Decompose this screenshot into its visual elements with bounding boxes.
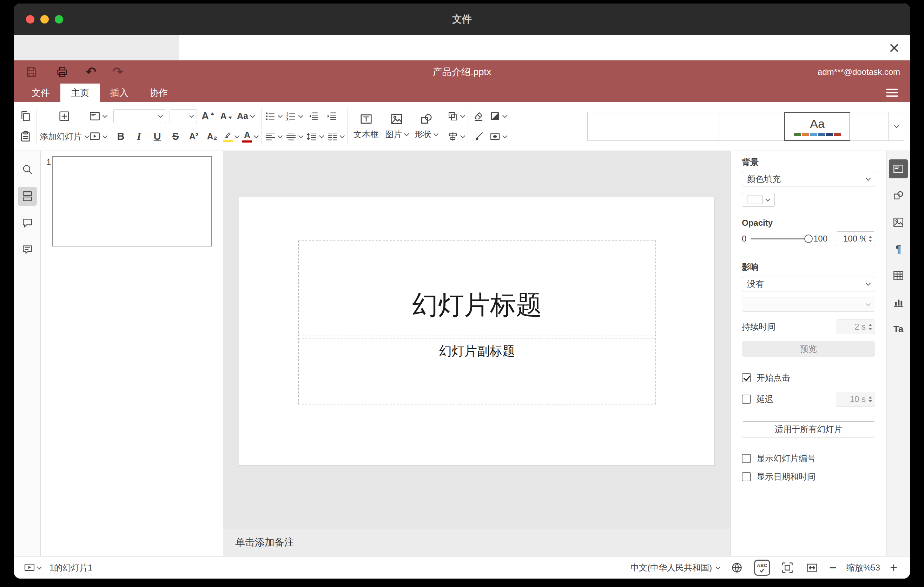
delay-spinbox[interactable] (836, 392, 875, 407)
opacity-spinbox[interactable] (836, 231, 875, 246)
columns-button[interactable] (327, 129, 344, 145)
undo-button[interactable]: ↶ (86, 66, 96, 78)
paste-button[interactable] (18, 129, 33, 145)
increase-font-button[interactable]: A (200, 108, 215, 124)
opacity-value-input[interactable] (843, 234, 866, 244)
zoom-out-button[interactable]: − (829, 561, 837, 574)
show-slide-number-checkbox[interactable] (742, 454, 751, 463)
fit-to-slide-icon[interactable] (780, 560, 795, 576)
effect-type-select[interactable] (742, 297, 875, 312)
spin-down-icon[interactable] (868, 240, 872, 242)
highlight-color-button[interactable] (223, 129, 239, 145)
start-on-click-checkbox[interactable] (742, 373, 751, 383)
hamburger-menu-icon[interactable] (886, 87, 898, 99)
language-selector[interactable]: 中文(中华人民共和国) (630, 562, 720, 573)
bullets-button[interactable] (265, 108, 282, 124)
start-slideshow-button[interactable] (89, 129, 107, 145)
shape-settings-icon[interactable] (889, 186, 908, 205)
tab-collaboration[interactable]: 协作 (139, 84, 178, 102)
font-size-combo[interactable] (170, 109, 197, 123)
slides-panel-icon[interactable] (18, 187, 37, 206)
fill-color-select[interactable] (742, 193, 775, 207)
spin-up-icon[interactable] (868, 324, 872, 326)
opacity-slider[interactable] (751, 238, 811, 239)
italic-button[interactable]: I (132, 129, 147, 145)
add-slide-icon[interactable] (57, 108, 72, 124)
numbering-button[interactable]: 123 (285, 108, 303, 124)
font-size-input[interactable] (173, 111, 188, 121)
notes-input[interactable]: 单击添加备注 (223, 528, 730, 556)
copy-style-button[interactable] (471, 129, 486, 145)
comments-icon[interactable] (18, 213, 37, 232)
arrange-shape-button[interactable] (447, 108, 464, 124)
underline-button[interactable]: U (150, 129, 165, 145)
apply-to-all-slides-button[interactable]: 适用于所有幻灯片 (742, 421, 875, 437)
line-spacing-button[interactable] (306, 129, 323, 145)
show-date-time-checkbox[interactable] (742, 472, 751, 481)
spin-down-icon[interactable] (868, 400, 872, 402)
superscript-button[interactable]: A² (186, 129, 201, 145)
theme-thumbnail[interactable] (719, 112, 785, 141)
subtitle-placeholder[interactable]: 幻灯片副标题 (298, 338, 656, 404)
copy-button[interactable] (18, 108, 33, 124)
align-shape-button[interactable] (447, 129, 464, 145)
shape-fill-button[interactable] (489, 108, 507, 124)
decrease-indent-button[interactable] (306, 108, 321, 124)
subscript-button[interactable]: A₂ (205, 129, 219, 145)
delay-checkbox[interactable] (742, 395, 751, 404)
document-language-icon[interactable] (729, 560, 744, 576)
insert-image-button[interactable]: 图片 (382, 102, 411, 151)
feedback-icon[interactable] (18, 240, 37, 259)
increase-indent-button[interactable] (324, 108, 339, 124)
close-icon[interactable]: × (889, 39, 899, 57)
title-placeholder[interactable]: 幻灯片标题 (298, 241, 656, 336)
fill-type-select[interactable]: 颜色填充 (742, 171, 875, 186)
textart-settings-icon[interactable]: Ta (889, 320, 908, 338)
slide-settings-icon[interactable] (889, 159, 908, 178)
tab-home[interactable]: 主页 (60, 84, 100, 102)
table-settings-icon[interactable] (889, 266, 908, 285)
slide-canvas[interactable]: 幻灯片标题 幻灯片副标题 (239, 197, 714, 465)
save-button[interactable] (24, 64, 39, 80)
print-button[interactable] (55, 64, 69, 80)
font-color-button[interactable]: A (242, 129, 258, 145)
preview-button[interactable]: 预览 (742, 341, 875, 357)
slide-thumbnail-1[interactable] (52, 156, 212, 246)
change-layout-button[interactable] (89, 108, 107, 124)
fit-to-width-icon[interactable] (805, 560, 819, 576)
clear-style-button[interactable] (471, 108, 486, 124)
bold-button[interactable]: B (114, 129, 128, 145)
vertical-align-button[interactable] (285, 129, 303, 145)
insert-textbox-button[interactable]: 文本框 (351, 102, 381, 151)
duration-spinbox[interactable] (836, 320, 875, 334)
spin-down-icon[interactable] (868, 328, 872, 330)
font-name-input[interactable] (117, 111, 157, 121)
spin-up-icon[interactable] (868, 396, 872, 399)
opacity-slider-knob[interactable] (804, 234, 813, 243)
tab-insert[interactable]: 插入 (100, 84, 139, 102)
font-name-combo[interactable] (114, 109, 166, 123)
search-icon[interactable] (18, 160, 37, 179)
add-slide-button[interactable]: 添加幻灯片 (40, 131, 89, 142)
tab-file[interactable]: 文件 (21, 84, 60, 102)
zoom-in-button[interactable]: + (890, 561, 897, 574)
decrease-font-button[interactable]: A (219, 108, 233, 124)
theme-gallery-expand-button[interactable] (888, 112, 904, 141)
theme-thumbnail[interactable] (653, 112, 719, 141)
delay-value-input[interactable] (843, 394, 866, 404)
paragraph-settings-icon[interactable]: ¶ (889, 239, 908, 258)
theme-thumbnail[interactable] (587, 112, 653, 141)
chart-settings-icon[interactable] (889, 293, 908, 312)
effect-select[interactable]: 没有 (742, 277, 875, 292)
spin-up-icon[interactable] (868, 236, 872, 238)
delay-row[interactable]: 延迟 (742, 394, 774, 405)
start-on-click-row[interactable]: 开始点击 (742, 372, 875, 383)
show-date-time-row[interactable]: 显示日期和时间 (742, 471, 875, 482)
start-slideshow-status-button[interactable] (24, 560, 41, 576)
theme-thumbnail[interactable] (850, 112, 889, 141)
horizontal-align-button[interactable] (265, 129, 282, 145)
change-case-button[interactable]: Aa (237, 108, 254, 124)
redo-button[interactable]: ↷ (112, 66, 123, 78)
insert-shape-button[interactable]: 形状 (412, 102, 441, 151)
duration-value-input[interactable] (843, 322, 866, 332)
